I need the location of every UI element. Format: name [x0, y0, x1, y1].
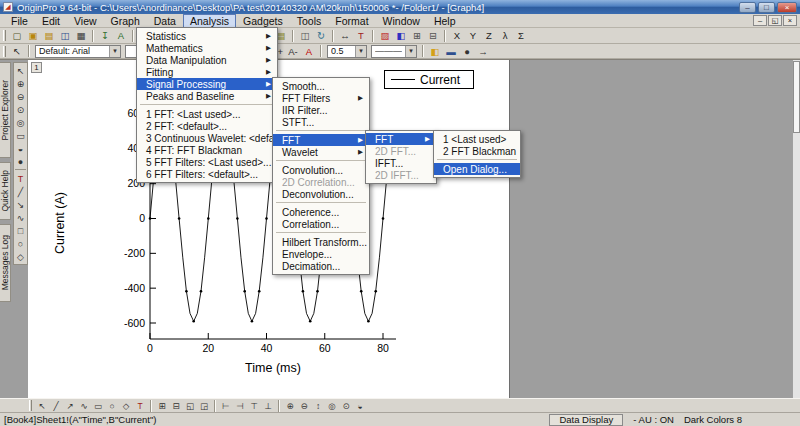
line-color-button[interactable]: ▬ [443, 44, 459, 58]
menu-item-fitting[interactable]: Fitting▶ [137, 66, 277, 78]
menu-view[interactable]: View [67, 14, 104, 28]
font-combo[interactable]: Default: Arial▾ [35, 45, 121, 58]
align-bottom-button[interactable]: ⊥ [261, 400, 275, 412]
pointer-tool[interactable]: ↖ [14, 64, 27, 77]
menu-tools[interactable]: Tools [290, 14, 329, 28]
fill-color-button[interactable]: ◧ [427, 44, 443, 58]
menu-item-fft[interactable]: FFT▶ [273, 134, 369, 146]
group-button[interactable]: ⊞ [155, 400, 169, 412]
scrollbar-thumb[interactable] [793, 61, 800, 133]
add-text-button[interactable]: T [353, 29, 369, 43]
menu-item-2-fft-default[interactable]: 2 FFT: <default>... [137, 120, 277, 132]
zoom-out-button[interactable]: ⊖ [297, 400, 311, 412]
menu-item-fft-filters[interactable]: FFT Filters▶ [273, 92, 369, 104]
menu-analysis[interactable]: Analysis [183, 14, 236, 28]
menu-item-stft[interactable]: STFT... [273, 116, 369, 128]
menu-format[interactable]: Format [328, 14, 375, 28]
curved-arrow-tool[interactable]: ∿ [14, 211, 27, 224]
duplicate-window-button[interactable]: ◫ [297, 29, 313, 43]
new-project-button[interactable]: ▢ [9, 29, 25, 43]
menu-help[interactable]: Help [427, 14, 463, 28]
import-ascii-button[interactable]: A [113, 29, 129, 43]
layer-badge[interactable]: 1 [31, 62, 42, 73]
maximize-button[interactable]: □ [758, 2, 775, 13]
menu-item-mathematics[interactable]: Mathematics▶ [137, 42, 277, 54]
menu-item-data-manipulation[interactable]: Data Manipulation▶ [137, 54, 277, 66]
menu-item-1-fft-last-used[interactable]: 1 FFT: <Last used>... [137, 108, 277, 120]
zoom-in-tool[interactable]: ⊕ [14, 77, 27, 90]
draw-polygon-button[interactable]: ◇ [119, 400, 133, 412]
sidebar-tab-quick-help[interactable]: Quick Help [0, 162, 11, 220]
text-tool-button[interactable]: T [133, 400, 147, 412]
menu-item-envelope[interactable]: Envelope... [273, 248, 369, 260]
menu-item-6-fft-filters-default[interactable]: 6 FFT Filters: <default>... [137, 168, 277, 180]
draw-rect-button[interactable]: ▭ [91, 400, 105, 412]
open-button[interactable]: ▤ [41, 29, 57, 43]
rect-tool[interactable]: □ [14, 224, 27, 237]
draw-line-button[interactable]: ╱ [49, 400, 63, 412]
data-selector-tool[interactable]: ▭ [14, 129, 27, 142]
data-reader-button[interactable]: ◎ [325, 400, 339, 412]
menu-file[interactable]: File [4, 14, 35, 28]
line-style-combo[interactable]: ———▾ [371, 45, 417, 58]
menu-graph[interactable]: Graph [104, 14, 147, 28]
legend[interactable]: Current [384, 70, 474, 89]
menu-item-ifft[interactable]: IFFT... [366, 157, 436, 169]
arrow-style-button[interactable]: → [475, 44, 491, 58]
send-back-button[interactable]: ◲ [197, 400, 211, 412]
menu-item-2-fft-blackman[interactable]: 2 FFT Blackman [434, 145, 520, 157]
x-scale-button[interactable]: X [449, 29, 465, 43]
menu-item-iir-filter[interactable]: IIR Filter... [273, 104, 369, 116]
lambda-button[interactable]: λ [497, 29, 513, 43]
mdi-minimize-button[interactable]: – [753, 15, 767, 26]
menu-item-4-fft-fft-blackman[interactable]: 4 FFT: FFT Blackman [137, 144, 277, 156]
mask-button[interactable]: ◒ [353, 400, 367, 412]
pointer-button[interactable]: ↖ [35, 400, 49, 412]
menu-item-convolution[interactable]: Convolution... [273, 164, 369, 176]
decrease-font-button[interactable]: A- [285, 44, 301, 58]
menu-item-correlation[interactable]: Correlation... [273, 218, 369, 230]
draw-curve-button[interactable]: ∿ [77, 400, 91, 412]
ungroup-button[interactable]: ⊟ [169, 400, 183, 412]
close-button[interactable]: × [777, 2, 797, 13]
align-top-button[interactable]: ⊤ [247, 400, 261, 412]
line-tool[interactable]: ╱ [14, 185, 27, 198]
polyline-tool[interactable]: ◇ [14, 250, 27, 263]
menu-item-open-dialog[interactable]: Open Dialog... [434, 163, 520, 175]
menu-item-peaks-and-baseline[interactable]: Peaks and Baseline▶ [137, 90, 277, 102]
add-layer-button[interactable]: ⊞ [409, 29, 425, 43]
menu-window[interactable]: Window [376, 14, 427, 28]
menu-item-5-fft-filters-last-used[interactable]: 5 FFT Filters: <Last used>... [137, 156, 277, 168]
menu-item-1-last-used[interactable]: 1 <Last used> [434, 133, 520, 145]
menu-item-fft[interactable]: FFT▶ [366, 133, 436, 145]
menu-item-signal-processing[interactable]: Signal Processing▶ [137, 78, 277, 90]
rescale-axes-button[interactable]: ↔ [337, 29, 353, 43]
save-project-button[interactable]: ◫ [57, 29, 73, 43]
pan-button[interactable]: ↕ [311, 400, 325, 412]
mdi-close-button[interactable]: × [783, 15, 797, 26]
import-wizard-button[interactable]: ↧ [97, 29, 113, 43]
screen-reader-tool[interactable]: ⊙ [14, 103, 27, 116]
menu-edit[interactable]: Edit [35, 14, 67, 28]
menu-item-deconvolution[interactable]: Deconvolution... [273, 188, 369, 200]
sidebar-tab-messages-log[interactable]: Messages Log [0, 224, 11, 302]
minimize-button[interactable]: – [739, 2, 756, 13]
mdi-restore-button[interactable]: ◱ [768, 15, 782, 26]
vertical-scrollbar[interactable] [792, 60, 800, 399]
new-folder-button[interactable]: ▣ [25, 29, 41, 43]
screen-reader-button[interactable]: ⊙ [339, 400, 353, 412]
zoom-in-button[interactable]: ⊕ [283, 400, 297, 412]
arrow-tool[interactable]: ↘ [14, 198, 27, 211]
draw-arrow-button[interactable]: ↗ [63, 400, 77, 412]
menu-item-decimation[interactable]: Decimation... [273, 260, 369, 272]
color-palette-button[interactable]: ▨ [377, 29, 393, 43]
data-reader-tool[interactable]: ◎ [14, 116, 27, 129]
align-right-button[interactable]: ⊣ [233, 400, 247, 412]
data-display-panel[interactable]: Data Display [549, 414, 623, 426]
text-tool[interactable]: T [14, 172, 27, 185]
symbol-style-button[interactable]: ● [459, 44, 475, 58]
bring-front-button[interactable]: ◱ [183, 400, 197, 412]
pointer-tool-button[interactable]: ↖ [9, 44, 25, 58]
menu-item-smooth[interactable]: Smooth... [273, 80, 369, 92]
draw-circle-button[interactable]: ○ [105, 400, 119, 412]
